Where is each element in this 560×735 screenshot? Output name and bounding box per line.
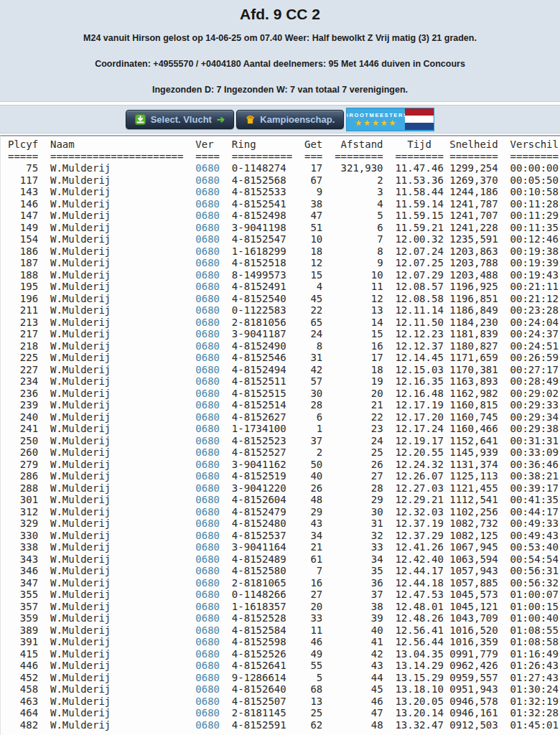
cell-verschil: 00:21:12 — [498, 293, 559, 305]
ver-link[interactable]: 0680 — [195, 707, 220, 718]
ver-link[interactable]: 0680 — [195, 198, 220, 210]
cell-get: 24 — [292, 328, 322, 340]
cell-ring: 3-9041187 — [220, 328, 292, 340]
cell-tijd: 12.17.20 — [383, 411, 444, 423]
col-separator-snelheid: ======== — [444, 151, 498, 163]
ver-link[interactable]: 0680 — [195, 186, 220, 197]
cell-naam: W.Mulderij — [38, 577, 183, 589]
ver-link[interactable]: 0680 — [195, 660, 220, 671]
ver-link[interactable]: 0680 — [195, 696, 220, 707]
ver-link[interactable]: 0680 — [195, 352, 220, 363]
ver-link[interactable]: 0680 — [195, 612, 220, 624]
ver-link[interactable]: 0680 — [195, 304, 220, 316]
ver-link[interactable]: 0680 — [195, 411, 220, 423]
cell-tijd: 12.11.14 — [383, 304, 444, 317]
cell-ver: 0680 — [183, 470, 220, 482]
ver-link[interactable]: 0680 — [195, 624, 220, 636]
ver-link[interactable]: 0680 — [195, 328, 220, 340]
cell-tijd: 12.17.24 — [383, 423, 444, 435]
cell-afstand: 40 — [322, 624, 383, 637]
ver-link[interactable]: 0680 — [195, 541, 220, 553]
cell-get: 34 — [292, 530, 322, 542]
ver-link[interactable]: 0680 — [195, 222, 220, 233]
ver-link[interactable]: 0680 — [195, 364, 220, 375]
ver-link[interactable]: 0680 — [195, 518, 220, 529]
cell-ring: 3-9041198 — [220, 222, 292, 234]
ver-link[interactable]: 0680 — [195, 506, 220, 518]
table-row: 239W.Mulderij06804-8152514282112.17.1911… — [8, 399, 559, 411]
cell-ring: 4-8152541 — [220, 198, 292, 210]
table-row: 359W.Mulderij06804-8152528333912.48.2610… — [8, 612, 559, 624]
cell-get: 8 — [292, 340, 322, 352]
ver-link[interactable]: 0680 — [195, 719, 220, 731]
ver-link[interactable]: 0680 — [195, 672, 220, 683]
ver-link[interactable]: 0680 — [195, 375, 220, 387]
col-header-ver: Ver — [183, 139, 220, 151]
ver-link[interactable]: 0680 — [195, 257, 220, 268]
ver-link[interactable]: 0680 — [195, 470, 220, 482]
cell-ver: 0680 — [183, 210, 220, 222]
ver-link[interactable]: 0680 — [195, 162, 220, 174]
cell-verschil: 00:00:00 — [498, 162, 559, 174]
ver-link[interactable]: 0680 — [195, 482, 220, 494]
cell-get: 17 — [292, 162, 322, 174]
ver-link[interactable]: 0680 — [195, 577, 220, 589]
ver-link[interactable]: 0680 — [195, 648, 220, 660]
ver-link[interactable]: 0680 — [195, 210, 220, 221]
ver-link[interactable]: 0680 — [195, 245, 220, 257]
ver-link[interactable]: 0680 — [195, 340, 220, 352]
ver-link[interactable]: 0680 — [195, 423, 220, 434]
cell-get: 31 — [292, 352, 322, 364]
ver-link[interactable]: 0680 — [195, 435, 220, 446]
ver-link[interactable]: 0680 — [195, 494, 220, 505]
kampioenschap-button[interactable]: ♛ Kampioenschap. — [236, 110, 344, 129]
cell-verschil: 00:11:28 — [498, 198, 559, 210]
cell-ver: 0680 — [183, 589, 220, 601]
cell-plcyf: 347 — [8, 577, 38, 589]
cell-ring: 4-8152537 — [220, 530, 292, 542]
cell-tijd: 12.08.58 — [383, 293, 444, 305]
cell-plcyf: 241 — [8, 423, 38, 435]
cell-ver: 0680 — [183, 304, 220, 317]
ver-link[interactable]: 0680 — [195, 589, 220, 600]
grootmeesters-banner[interactable]: GROOTMEESTERS ★★★★★ — [346, 108, 434, 131]
table-row: 143W.Mulderij06804-81525339311.58.441244… — [8, 186, 559, 198]
ver-link[interactable]: 0680 — [195, 530, 220, 541]
cell-get: 28 — [292, 399, 322, 411]
ver-link[interactable]: 0680 — [195, 683, 220, 695]
ver-link[interactable]: 0680 — [195, 446, 220, 458]
cell-ver: 0680 — [183, 269, 220, 281]
ver-link[interactable]: 0680 — [195, 269, 220, 281]
ver-link[interactable]: 0680 — [195, 565, 220, 576]
table-row: 301W.Mulderij06804-8152604482912.29.2111… — [8, 494, 559, 506]
ver-link[interactable]: 0680 — [195, 281, 220, 292]
cell-plcyf: 301 — [8, 494, 38, 506]
cell-naam: W.Mulderij — [38, 553, 183, 566]
ver-link[interactable]: 0680 — [195, 553, 220, 565]
ver-link[interactable]: 0680 — [195, 233, 220, 245]
cell-afstand: 9 — [322, 257, 383, 269]
ver-link[interactable]: 0680 — [195, 636, 220, 647]
cell-ver: 0680 — [183, 245, 220, 258]
cell-afstand: 7 — [322, 233, 383, 245]
cell-snelheid: 1180,827 — [444, 340, 498, 352]
cell-get: 38 — [292, 198, 322, 210]
ver-link[interactable]: 0680 — [195, 459, 220, 470]
ver-link[interactable]: 0680 — [195, 399, 220, 411]
cell-verschil: 00:05:50 — [498, 174, 559, 187]
cell-tijd: 11.59.14 — [383, 198, 444, 210]
cell-get: 51 — [292, 222, 322, 234]
cell-verschil: 00:10:58 — [498, 186, 559, 198]
ver-link[interactable]: 0680 — [195, 293, 220, 304]
ver-link[interactable]: 0680 — [195, 601, 220, 612]
cell-verschil: 01:08:55 — [498, 624, 559, 637]
table-row: 149W.Mulderij06803-904119851611.59.21124… — [8, 222, 559, 234]
cell-snelheid: 1160,745 — [444, 411, 498, 423]
cell-naam: W.Mulderij — [38, 601, 183, 613]
cell-verschil: 01:32:19 — [498, 696, 559, 708]
ver-link[interactable]: 0680 — [195, 388, 220, 399]
ver-link[interactable]: 0680 — [195, 174, 220, 186]
ver-link[interactable]: 0680 — [195, 317, 220, 328]
cell-tijd: 12.47.53 — [383, 589, 444, 601]
select-vlucht-button[interactable]: Select. Vlucht ➔ — [126, 110, 234, 129]
